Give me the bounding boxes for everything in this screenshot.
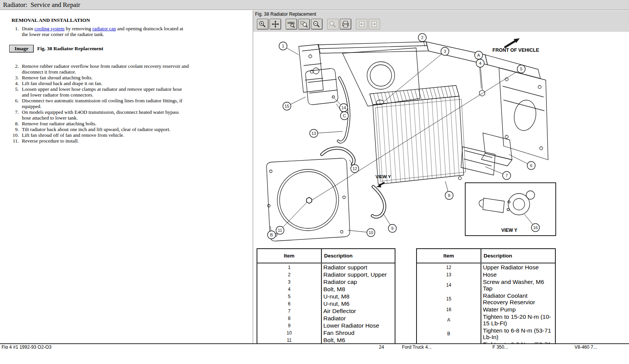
page-prev-icon: [358, 20, 366, 28]
item-number: B: [417, 327, 481, 341]
view-y-arrow: [376, 183, 384, 187]
step-number: 4.: [10, 80, 19, 86]
col-header-item: Item: [417, 249, 481, 262]
item-number: 2: [257, 271, 322, 278]
item-description: Radiator Coolant Recovery Reservior: [481, 292, 555, 306]
status-doc-ref: Fig 4 #1 1992-93 O2-O3: [2, 344, 51, 349]
col-header-description: Description: [322, 249, 395, 262]
step-number: 7.: [10, 109, 19, 121]
item-number: 12: [417, 264, 481, 271]
step-text: Loosen upper and lower hose clamps at ra…: [22, 86, 189, 98]
window-header: Radiator: Service and Repair: [0, 0, 629, 10]
zoom-in-icon: [259, 20, 267, 28]
callout-leader-3: [384, 51, 445, 101]
figure-canvas[interactable]: 123A451514C131267891011B16 FRONT OF VEHI…: [253, 32, 629, 364]
instruction-step: 7. On models equipped with E4OD transmis…: [10, 109, 252, 121]
step-number: 6.: [10, 98, 19, 109]
zoom-out-button[interactable]: [311, 19, 323, 30]
pan-button[interactable]: [270, 19, 281, 30]
item-description: Air Deflector: [322, 307, 395, 315]
page-next-icon: [370, 20, 378, 28]
instruction-step: 9. Tilt radiator back about one inch and…: [10, 126, 252, 132]
step-text: Lift fan shroud back and drape it on fan…: [22, 80, 189, 86]
item-description: U-nut, M6: [322, 300, 395, 307]
step-text: On models equipped with E4OD transmissio…: [22, 109, 189, 121]
table-header: Item Description: [417, 249, 555, 264]
table-row: 4 Bolt, M8: [257, 285, 395, 293]
parts-table-2: Item Description 12 Upper Radiator Hose …: [416, 248, 556, 355]
item-description: Water Pump: [481, 306, 555, 313]
table-row: B Tighten to 6-8 N-m (53-71 Lb-In): [417, 327, 555, 341]
table-row: 16 Water Pump: [417, 306, 555, 313]
zoom-100-button[interactable]: 100%: [286, 19, 297, 30]
item-number: 3: [257, 278, 322, 285]
callout-leader-13: [314, 131, 342, 133]
callout-label-16: 16: [533, 225, 538, 230]
table-row: A Tighten to 15-20 N-m (10-15 Lb-Ft): [417, 313, 555, 327]
callout-label-C: C: [343, 113, 346, 118]
step-text: Disconnect two automatic transmission oi…: [22, 98, 189, 109]
col-header-description: Description: [481, 249, 555, 262]
pan-icon: [272, 20, 279, 28]
col-header-item: Item: [257, 249, 322, 262]
table-row: 12 Upper Radiator Hose: [417, 264, 555, 271]
instruction-step: 3. Remove fan shroud attaching bolts.: [10, 75, 252, 80]
callout-label-5: 5: [520, 67, 522, 71]
table-row: 2 Radiator support, Upper: [257, 271, 395, 278]
item-number: 13: [417, 271, 481, 278]
status-text: Fig 4 #1 1992-93 O2-O3 24 Ford Truck 4..…: [0, 344, 629, 349]
item-description: Radiator: [322, 315, 395, 322]
front-of-vehicle-label: FRONT OF VEHICLE: [492, 48, 539, 53]
item-description: Lower Radiator Hose: [322, 322, 395, 329]
item-number: 4: [257, 285, 322, 293]
table-row: 9 Lower Radiator Hose: [257, 322, 395, 329]
print-button[interactable]: [340, 19, 351, 30]
item-description: Bolt, M8: [322, 285, 395, 293]
upper-radiator-hose: [322, 148, 354, 164]
bolt-m8: [479, 90, 485, 96]
radiator-cap-link[interactable]: radiator cap: [92, 26, 116, 31]
instruction-steps: 2. Remove rubber radiator overflow hose …: [0, 63, 252, 144]
item-number: 9: [257, 322, 322, 329]
item-number: A: [417, 313, 481, 327]
item-description: Bolt, M6: [322, 336, 395, 344]
procedure-panel: REMOVAL AND INSTALLATION 1. Drain coolin…: [0, 10, 252, 343]
callout-label-A: A: [477, 53, 480, 57]
instruction-step: 8. Remove four radiator attaching bolts.: [10, 121, 252, 126]
zoom-out-icon: [313, 20, 321, 28]
callout-label-4: 4: [479, 61, 481, 66]
step-number: 10.: [10, 132, 19, 138]
zoom-window-icon: [300, 20, 308, 28]
table-row: 14 Screw and Washer, M6 Tap: [417, 278, 555, 292]
status-vehicle: Ford Truck 4...: [402, 344, 431, 349]
zoom-in-button[interactable]: [257, 19, 268, 30]
callout-label-12: 12: [352, 166, 357, 171]
image-button[interactable]: Image: [9, 45, 34, 52]
copy-page-prev-button[interactable]: [356, 19, 367, 30]
table-row: 1 Radiator support: [257, 264, 395, 271]
zoom-window-button[interactable]: [298, 19, 310, 30]
instruction-step: 5. Loosen upper and lower hose clamps at…: [10, 86, 252, 98]
figure-viewer-panel: Fig. 38 Radiator Replacement: [253, 10, 629, 364]
status-engine: V8-460 7...: [575, 344, 597, 349]
copy-page-next-button[interactable]: [369, 19, 380, 30]
item-number: 14: [417, 278, 481, 292]
step-number: 8.: [10, 121, 19, 126]
item-number: 8: [257, 315, 322, 322]
step-text: Reverse procedure to install.: [22, 138, 189, 144]
step-number: 9.: [10, 126, 19, 132]
lower-radiator-hose: [372, 187, 385, 217]
item-number: 15: [417, 292, 481, 306]
instruction-step: 2. Remove rubber radiator overflow hose …: [10, 63, 252, 75]
table-row: 13 Hose: [417, 271, 555, 278]
table-header: Item Description: [257, 249, 395, 264]
zoom-dynamic-button[interactable]: [327, 19, 339, 30]
radiator-core: [370, 85, 466, 184]
item-description: Hose: [481, 271, 555, 278]
status-page-number: 24: [379, 344, 384, 349]
cooling-system-link[interactable]: cooling system: [35, 26, 64, 31]
item-description: Fan Shroud: [322, 329, 395, 336]
svg-text:100%: 100%: [287, 21, 295, 25]
view-y-label: VIEW Y: [375, 174, 391, 179]
callout-label-B: B: [270, 233, 273, 237]
